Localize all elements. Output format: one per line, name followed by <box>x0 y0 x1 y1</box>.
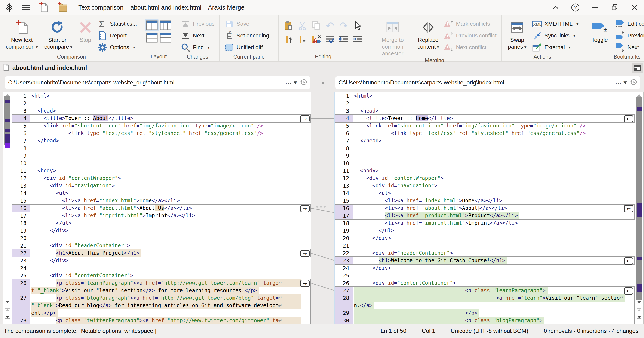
code-line[interactable]: 21 <div id="headerContainer"> <box>12 242 311 250</box>
code-line[interactable]: 16 <li><a href="about.html">About Us</a>… <box>12 204 311 212</box>
statistics-button[interactable]: Σ Statistics... <box>96 18 138 30</box>
code-line[interactable]: ent.</p> <box>12 309 311 317</box>
change-marker[interactable] <box>636 107 642 110</box>
code-line[interactable]: 21 <box>334 242 634 250</box>
close-button[interactable] <box>630 2 639 12</box>
xml-html-button[interactable]: XML XML/HTML▾ <box>531 18 580 30</box>
change-map-thumb[interactable] <box>636 97 642 300</box>
code-line[interactable]: 27 <p class="learnParagraph"> <box>334 287 634 294</box>
code-line[interactable]: 16 <li><a href="about.html">About</a></l… <box>334 204 634 212</box>
copy-change-right-button[interactable]: → <box>300 205 310 212</box>
collapse-ribbon-icon[interactable] <box>551 2 560 12</box>
browse-ellipsis-icon[interactable]: … <box>285 78 292 85</box>
scroll-down-icon[interactable] <box>5 299 10 305</box>
sync-links-button[interactable]: Sync links▾ <box>531 30 580 42</box>
copy-change-left-button[interactable]: ← <box>624 287 633 294</box>
accept-changes-button[interactable] <box>323 32 337 46</box>
code-line[interactable]: 25 <div id="contentContainer"> <box>12 272 311 280</box>
code-line[interactable]: 2 <box>12 100 311 107</box>
code-line[interactable]: 9 <box>12 152 311 160</box>
code-line[interactable]: 14 <ul> <box>334 190 634 197</box>
code-line[interactable]: 3 <head> <box>12 107 311 115</box>
jump-last-change-icon[interactable] <box>5 315 10 320</box>
swap-panes-button[interactable]: Swap panes▾ <box>505 16 530 51</box>
left-code-pane[interactable]: 1<html>23 <head>4 <title>Tower :: About<… <box>3 92 311 324</box>
right-file-path-field[interactable]: C:\Users\brunobrito\Documents\carparts-w… <box>336 76 640 89</box>
code-line[interactable]: 5 <link rel="shortcut icon" href="img/fa… <box>12 122 311 130</box>
code-line[interactable]: 20 <box>12 234 311 242</box>
copy-change-left-button[interactable]: ← <box>624 257 633 264</box>
right-code-pane[interactable]: 1<html>23 <head>4 <title>Tower :: Home</… <box>334 92 644 324</box>
new-folder-comparison-titlebar-icon[interactable] <box>57 2 68 14</box>
code-line[interactable]: 28 <a href="learn">Visit our "learn" sec… <box>334 294 634 302</box>
code-line[interactable]: 1<html> <box>12 92 311 100</box>
code-line[interactable]: 17 <li><a href="product.html">Product</a… <box>334 212 634 220</box>
next-change-button[interactable]: Next <box>179 30 216 42</box>
code-line[interactable]: 26 <div id="contentContainer"> <box>334 280 634 287</box>
code-line[interactable]: 24 <box>12 264 311 272</box>
help-icon[interactable]: ? <box>570 2 580 12</box>
code-line[interactable]: 18 <li><a href="imprint.html">Imprint</a… <box>334 220 634 227</box>
comparison-tab[interactable]: about.html and index.html <box>12 64 87 71</box>
code-line[interactable]: 3 <head> <box>334 107 634 115</box>
code-line[interactable]: 4 <title>Tower :: About</title> <box>12 115 311 122</box>
layout-two-panes-button[interactable] <box>145 19 158 31</box>
code-line[interactable]: 22 <div id="headerContainer"> <box>334 250 634 257</box>
start-or-recompare-button[interactable]: Start or recompare▾ <box>40 16 74 51</box>
code-line[interactable]: 10 <box>334 160 634 167</box>
code-line[interactable]: 24 </div> <box>334 264 634 272</box>
code-line[interactable]: 19 </ul> <box>334 227 634 234</box>
change-marker[interactable] <box>636 284 642 292</box>
scroll-down-icon[interactable] <box>636 299 642 305</box>
code-line[interactable]: 30 <p class="blogParagraph"> <box>334 317 634 324</box>
code-line[interactable]: 25 <box>334 272 634 280</box>
code-line[interactable]: 27 <p class="blogParagraph"><a href="htt… <box>12 294 311 302</box>
restore-button[interactable] <box>610 2 620 12</box>
change-marker[interactable] <box>636 204 642 217</box>
code-line[interactable]: 7 </head> <box>334 137 634 144</box>
indent-lines-button[interactable] <box>350 32 364 46</box>
copy-change-left-button[interactable]: ← <box>624 205 633 212</box>
find-button[interactable]: Find▾ <box>179 42 216 53</box>
left-file-path[interactable]: C:\Users\brunobrito\Documents\carparts-w… <box>8 79 285 86</box>
status-encoding[interactable]: Unicode (UTF-8 without BOM) <box>450 328 528 334</box>
toggle-bookmark-button[interactable]: ± Toggle <box>587 16 612 43</box>
code-line[interactable]: 11 <body> <box>334 167 634 174</box>
code-line[interactable]: 4 <title>Tower :: Home</title> <box>334 115 634 122</box>
file-history-icon[interactable] <box>300 78 307 87</box>
code-line[interactable]: 11 <body> <box>12 167 311 174</box>
code-line[interactable]: 15 <li><a href="index.html">Home</a></li… <box>334 197 634 204</box>
code-line[interactable]: 8 <box>12 144 311 152</box>
jump-last-change-icon[interactable] <box>636 315 642 320</box>
insertion-point-up-button[interactable] <box>282 32 296 46</box>
code-line[interactable]: 28 <p class="twitterParagraph"><a href="… <box>12 317 311 324</box>
copy-change-right-button[interactable]: → <box>300 250 310 257</box>
options-button[interactable]: Options▾ <box>96 42 138 53</box>
edit-bookmark-comment-button[interactable]: Edit comment... <box>614 18 644 30</box>
select-pointer-button[interactable] <box>350 19 364 32</box>
browse-ellipsis-icon[interactable]: … <box>615 78 622 85</box>
unified-diff-button[interactable]: Unified diff <box>223 42 275 53</box>
code-line[interactable]: 26 <p class="learnParagraph"><a href="ht… <box>12 280 311 287</box>
code-line[interactable]: 20 </div> <box>334 234 634 242</box>
code-line[interactable]: 23 <h1>Welcome to the Git Crash Course!<… <box>334 257 634 264</box>
copy-change-right-button[interactable]: → <box>300 115 310 122</box>
code-line[interactable]: 12 <div id="contentWrapper"> <box>334 174 634 182</box>
path-dropdown-caret-icon[interactable]: ▼ <box>624 80 627 85</box>
replace-content-button[interactable]: Replace content▾ <box>415 16 441 51</box>
change-marker[interactable] <box>5 128 10 132</box>
code-line[interactable]: 17 <li><a href="imprint.html">Imprint</a… <box>12 212 311 220</box>
previous-bookmark-button[interactable]: Previous <box>614 30 644 42</box>
code-line[interactable]: 6 <link type="text/css" rel="stylesheet"… <box>12 130 311 137</box>
code-line[interactable]: 9 <box>334 152 634 160</box>
layout-two-rows-button[interactable] <box>145 32 158 44</box>
paste-button[interactable] <box>282 19 296 32</box>
code-line[interactable]: 15 <li><a href="index.html">Home</a></li… <box>12 197 311 204</box>
menu-icon[interactable] <box>22 5 30 10</box>
current-change-marker[interactable] <box>5 143 10 148</box>
layout-three-rows-button[interactable] <box>159 32 172 44</box>
unindent-lines-button[interactable] <box>337 32 350 46</box>
copy-change-right-button[interactable]: → <box>300 280 310 287</box>
external-button[interactable]: External▾ <box>531 42 580 53</box>
file-history-icon[interactable] <box>630 78 637 87</box>
